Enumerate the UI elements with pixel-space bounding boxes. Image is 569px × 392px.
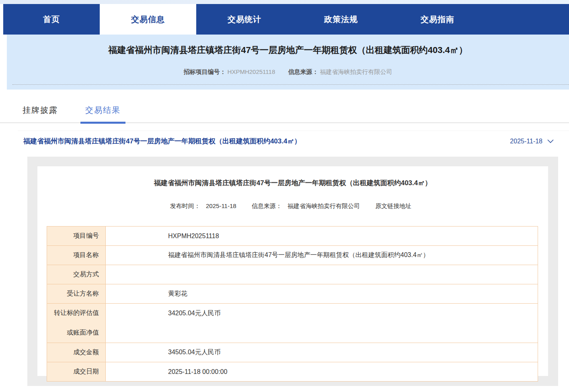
row-label: 成交金额 [47, 343, 106, 362]
publish-date: 2025-11-18 [206, 202, 236, 209]
row-value: 2025-11-18 00:00:00 [106, 362, 538, 382]
row-value: 34505.04元人民币 [106, 343, 538, 362]
tab-listing-disclosure[interactable]: 挂牌披露 [18, 99, 63, 122]
project-meta: 招标项目编号： HXPMH20251118 信息来源： 福建省海峡拍卖行有限公司 [7, 68, 569, 76]
row-label: 转让标的评估值 或账面净值 [47, 304, 106, 343]
tab-trade-result[interactable]: 交易结果 [80, 99, 125, 122]
card-source-label: 信息来源： [252, 202, 282, 209]
row-label: 成交日期 [47, 362, 106, 382]
result-header-row: 福建省福州市闽清县塔庄镇塔庄街47号一层房地产一年期租赁权（出租建筑面积约403… [23, 137, 554, 146]
result-detail-table: 项目编号 HXPMH20251118 项目名称 福建省福州市闽清县塔庄镇塔庄街4… [47, 226, 538, 382]
table-row: 成交日期 2025-11-18 00:00:00 [47, 362, 538, 382]
row-value: 福建省福州市闽清县塔庄镇塔庄街47号一层房地产一年期租赁权（出租建筑面积约403… [106, 246, 538, 265]
row-value: 34205.04元人民币 [106, 304, 538, 343]
result-date-text: 2025-11-18 [510, 138, 542, 145]
row-label: 交易方式 [47, 265, 106, 284]
card-title: 福建省福州市闽清县塔庄镇塔庄街47号一层房地产一年期租赁权（出租建筑面积约403… [37, 178, 548, 188]
project-no-value: HXPMH20251118 [228, 68, 275, 75]
table-row: 转让标的评估值 或账面净值 34205.04元人民币 [47, 304, 538, 343]
project-title: 福建省福州市闽清县塔庄镇塔庄街47号一层房地产一年期租赁权（出租建筑面积约403… [7, 44, 569, 56]
row-label-line2: 或账面净值 [47, 329, 99, 337]
row-label: 受让方名称 [47, 284, 106, 304]
page-top-strip [0, 0, 569, 4]
publish-label: 发布时间： [170, 202, 200, 209]
table-row: 项目编号 HXPMH20251118 [47, 227, 538, 246]
row-label-line1: 转让标的评估值 [47, 309, 99, 317]
source-value: 福建省海峡拍卖行有限公司 [320, 68, 392, 75]
table-row: 项目名称 福建省福州市闽清县塔庄镇塔庄街47号一层房地产一年期租赁权（出租建筑面… [47, 246, 538, 265]
row-value: 黄彩花 [106, 284, 538, 304]
table-row: 交易方式 [47, 265, 538, 284]
nav-item-trade-info[interactable]: 交易信息 [100, 4, 196, 35]
project-no-label: 招标项目编号： [183, 68, 226, 75]
band-dotted-divider [12, 84, 569, 85]
row-label: 项目名称 [47, 246, 106, 265]
project-header-band: 福建省福州市闽清县塔庄镇塔庄街47号一层房地产一年期租赁权（出租建筑面积约403… [7, 35, 569, 90]
card-source-value: 福建省海峡拍卖行有限公司 [288, 202, 360, 209]
detail-tabs: 挂牌披露 交易结果 [0, 99, 569, 123]
nav-item-trade-stats[interactable]: 交易统计 [196, 4, 293, 35]
nav-item-guide[interactable]: 交易指南 [389, 4, 486, 35]
source-label: 信息来源： [288, 68, 318, 75]
result-panel: 福建省福州市闽清县塔庄镇塔庄街47号一层房地产一年期租赁权（出租建筑面积约403… [27, 157, 558, 386]
main-nav: 首页 交易信息 交易统计 政策法规 交易指南 [3, 4, 569, 35]
table-row: 成交金额 34505.04元人民币 [47, 343, 538, 362]
chevron-down-icon [547, 139, 554, 143]
row-value [106, 265, 538, 284]
row-value: HXPMH20251118 [106, 227, 538, 246]
nav-item-home[interactable]: 首页 [3, 4, 100, 35]
nav-item-policy[interactable]: 政策法规 [293, 4, 389, 35]
result-date-toggle[interactable]: 2025-11-18 [510, 138, 554, 145]
result-card: 福建省福州市闽清县塔庄镇塔庄街47号一层房地产一年期租赁权（出租建筑面积约403… [37, 166, 548, 376]
row-label: 项目编号 [47, 227, 106, 246]
table-row: 受让方名称 黄彩花 [47, 284, 538, 304]
original-link[interactable]: 原文链接地址 [375, 202, 411, 209]
tabs-under-divider [18, 131, 569, 131]
result-title-link[interactable]: 福建省福州市闽清县塔庄镇塔庄街47号一层房地产一年期租赁权（出租建筑面积约403… [23, 137, 301, 146]
card-meta: 发布时间： 2025-11-18 信息来源： 福建省海峡拍卖行有限公司 原文链接… [37, 202, 548, 210]
